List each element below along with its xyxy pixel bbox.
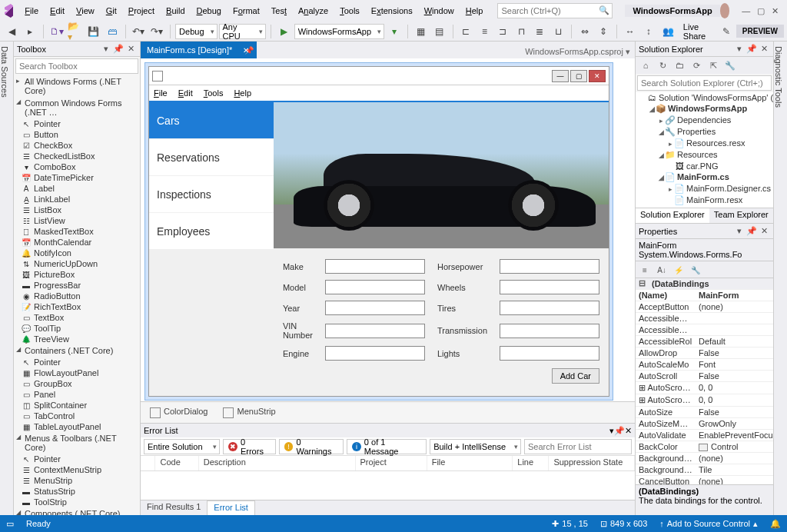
errorlist-col[interactable]: Project (356, 456, 427, 470)
menu-test[interactable]: Test (266, 3, 292, 18)
property-row[interactable]: ⊞ AutoScrollMin0, 0 (636, 394, 773, 407)
save-button[interactable]: 💾 (85, 23, 102, 40)
sln-sync-icon[interactable]: ↻ (656, 58, 669, 72)
toolbox-item[interactable]: A̲LinkLabel (14, 194, 140, 204)
menu-project[interactable]: Project (123, 3, 160, 18)
open-button[interactable]: 📂▾ (67, 23, 84, 40)
property-row[interactable]: AcceptButton(none) (636, 301, 773, 313)
field-input[interactable] (325, 346, 425, 361)
property-row[interactable]: AutoSizeFalse (636, 407, 773, 418)
toolbox-item[interactable]: ☰ContextMenuStrip (14, 464, 140, 475)
align-top-icon[interactable]: ⊓ (513, 23, 530, 40)
vspace-icon[interactable]: ⇕ (595, 23, 612, 40)
save-all-button[interactable]: 🗃 (104, 23, 121, 40)
property-row[interactable]: AccessibleRolDefault (636, 336, 773, 347)
toolbox-item[interactable]: 📅MonthCalendar (14, 237, 140, 248)
field-input[interactable] (325, 280, 425, 294)
add-car-button[interactable]: Add Car (552, 368, 599, 384)
errorlist-col[interactable] (141, 456, 155, 470)
menu-view[interactable]: View (71, 3, 100, 18)
form-nav-item[interactable]: Reservations (149, 139, 274, 176)
toolbox-item[interactable]: ▬StatusStrip (14, 486, 140, 497)
tab-mainform-design[interactable]: MainForm.cs [Design]* 📌 ✕ (141, 42, 257, 58)
notifications-icon[interactable]: 🔔 (770, 519, 781, 529)
tree-node[interactable]: ◢🔧Properties (636, 126, 773, 138)
tab-error-list[interactable]: Error List (207, 500, 255, 515)
toolbox-item[interactable]: ◉RadioButton (14, 291, 140, 301)
menu-build[interactable]: Build (161, 3, 190, 18)
toolbox-item[interactable]: 💬ToolTip (14, 323, 140, 334)
diagnostic-tools-tab[interactable]: Diagnostic Tools (773, 42, 787, 515)
toolbox-item[interactable]: ▭TabControl (14, 411, 140, 421)
toolbox-item[interactable]: ☑CheckBox (14, 140, 140, 151)
menu-format[interactable]: Format (227, 3, 265, 18)
car-picturebox[interactable] (274, 102, 609, 248)
property-row[interactable]: CancelButton(none) (636, 476, 773, 484)
form-menu-edit[interactable]: Edit (178, 88, 193, 98)
start-target-dropdown[interactable]: WindowsFormsApp (294, 24, 384, 39)
toolbox-item[interactable]: 🌲TreeView (14, 334, 140, 344)
tray-menustrip[interactable]: MenuStrip (223, 407, 275, 417)
form-menustrip[interactable]: File Edit Tools Help (149, 85, 609, 102)
menu-window[interactable]: Window (419, 3, 460, 18)
toolbox-options-icon[interactable]: ▾ (100, 43, 112, 55)
property-row[interactable]: (DataBindings (636, 278, 773, 290)
size-same-icon[interactable]: ↔ (622, 23, 639, 40)
props-close-icon[interactable]: ✕ (758, 225, 770, 238)
tab-order-icon[interactable]: ▤ (431, 23, 448, 40)
quick-search-input[interactable] (497, 3, 613, 18)
field-input[interactable] (500, 259, 599, 274)
toolbox-item[interactable]: ▭TextBox (14, 312, 140, 323)
errorlist-scope-dropdown[interactable]: Entire Solution (144, 439, 220, 454)
menu-edit[interactable]: Edit (45, 3, 70, 18)
menu-file[interactable]: FFileile (19, 3, 44, 18)
tree-node[interactable]: 📄MainForm.resx (636, 195, 773, 206)
menu-git[interactable]: Git (101, 3, 122, 18)
layout-grid-icon[interactable]: ▦ (413, 23, 430, 40)
toolbox-item[interactable]: 🔔NotifyIcon (14, 248, 140, 258)
tab-team-explorer[interactable]: Team Explorer (709, 208, 773, 223)
toolbox-item[interactable]: ◫SplitContainer (14, 400, 140, 411)
toolbox-item[interactable]: ↖Pointer (14, 454, 140, 464)
toolbox-item[interactable]: ▦FlowLayoutPanel (14, 367, 140, 378)
toolbox-item[interactable]: ☰MenuStrip (14, 475, 140, 486)
property-row[interactable]: AccessibleNam (636, 324, 773, 336)
props-pin-icon[interactable]: 📌 (745, 225, 758, 238)
platform-dropdown[interactable]: Any CPU (219, 24, 266, 39)
errorlist-col[interactable]: Suppression State (549, 456, 635, 470)
property-row[interactable]: BackColorControl (636, 441, 773, 453)
build-filter-dropdown[interactable]: Build + IntelliSense (430, 439, 521, 454)
toolbox-item[interactable]: ▬ToolStrip (14, 497, 140, 507)
tray-colordialog[interactable]: ColorDialog (150, 407, 208, 417)
field-input[interactable] (325, 301, 425, 315)
property-row[interactable]: AccessibleDes (636, 313, 773, 324)
data-sources-tab[interactable]: Data Sources (0, 42, 14, 515)
form-nav-item[interactable]: Cars (149, 102, 274, 139)
toolbox-item[interactable]: ⇅NumericUpDown (14, 258, 140, 269)
nav-fwd-button[interactable]: ▸ (22, 23, 38, 40)
close-button[interactable]: ✕ (768, 3, 782, 18)
form-menu-file[interactable]: File (154, 88, 168, 98)
align-middle-icon[interactable]: ≣ (531, 23, 548, 40)
tree-node[interactable]: ◢📄MainForm.cs (636, 171, 773, 183)
tab-solution-explorer[interactable]: Solution Explorer (636, 208, 709, 223)
errors-filter[interactable]: ✖0 Errors (223, 439, 275, 454)
toolbox-group[interactable]: All Windows Forms (.NET Core) (14, 75, 140, 97)
field-input[interactable] (325, 324, 425, 338)
errorlist-pin-icon[interactable]: 📌 (614, 426, 625, 436)
menu-extensions[interactable]: Extensions (366, 3, 418, 18)
toolbox-item[interactable]: ↖Pointer (14, 357, 140, 367)
property-row[interactable]: AutoValidateEnablePreventFocus (636, 430, 773, 441)
menu-help[interactable]: Help (460, 3, 489, 18)
align-center-icon[interactable]: ≡ (476, 23, 493, 40)
align-left-icon[interactable]: ⊏ (457, 23, 474, 40)
minimize-button[interactable]: — (739, 3, 753, 18)
sln-close-icon[interactable]: ✕ (758, 43, 770, 55)
props-object[interactable]: MainForm System.Windows.Forms.Fo (636, 239, 773, 261)
toolbox-item[interactable]: 🖼PictureBox (14, 269, 140, 280)
sln-search-input[interactable] (637, 75, 772, 91)
align-bottom-icon[interactable]: ⊔ (550, 23, 566, 40)
tree-node[interactable]: 🗂Solution 'WindowsFormsApp' (1 (636, 92, 773, 103)
toolbox-item[interactable]: ☰CheckedListBox (14, 151, 140, 161)
errorlist-col[interactable]: File (427, 456, 513, 470)
